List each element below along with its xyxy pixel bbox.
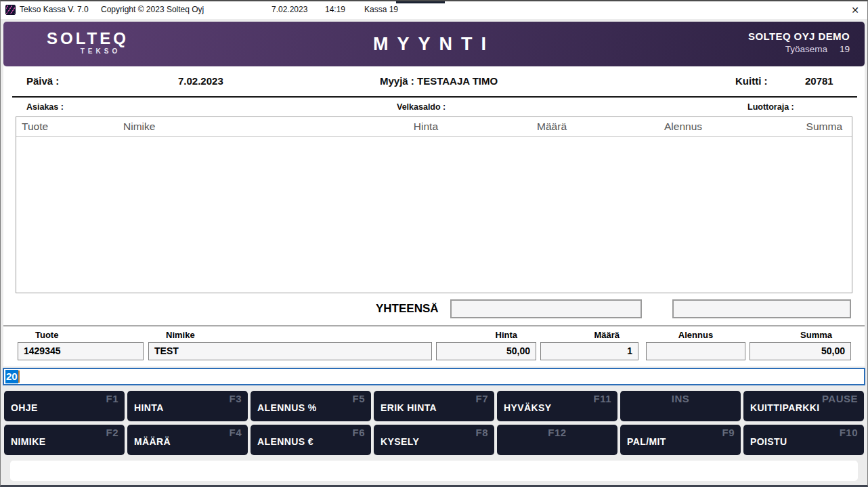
button-keyname: F1 (106, 393, 118, 404)
product-code-field[interactable]: 1429345 (18, 342, 144, 360)
date-label: Päivä : (26, 75, 59, 87)
button-keyname: F8 (475, 427, 488, 438)
button-keyname: F10 (840, 427, 858, 438)
button-label: OHJE (11, 402, 38, 413)
sale-info-row: Päivä : 7.02.2023 Myyjä : TESTAAJA TIMO … (3, 66, 865, 92)
entry-product-label: Tuote (18, 330, 144, 341)
seller-group: Myyjä : TESTAAJA TIMO (380, 75, 498, 87)
entry-labels-row: Tuote Nimike Hinta Määrä Alennus Summa (16, 330, 852, 341)
entry-price-label: Hinta (436, 330, 536, 341)
grid-col-price: Hinta (387, 121, 438, 133)
solteq-logo: SOLTEQ TEKSO (47, 30, 129, 56)
quantity-field[interactable]: 1 (540, 342, 638, 360)
price-field[interactable]: 50,00 (436, 342, 536, 360)
workstation-label: Työasema (785, 44, 827, 54)
customer-label: Asiakas : (26, 102, 64, 112)
total-amount-box (450, 299, 642, 318)
button-label: MÄÄRÄ (134, 436, 171, 447)
header-right-block: SOLTEQ OYJ DEMO Työasema19 (748, 30, 850, 54)
workstation-row: Työasema19 (748, 44, 850, 54)
button-keyname: F11 (593, 393, 611, 404)
receipt-number: 20781 (805, 75, 833, 87)
button-keyname: INS (620, 393, 741, 404)
grid-col-product: Tuote (22, 121, 123, 133)
ohje-button[interactable]: OHJE F1 (4, 391, 125, 421)
button-keyname: F9 (722, 427, 735, 438)
sum-field[interactable]: 50,00 (750, 342, 851, 360)
entry-name-label: Nimike (148, 330, 432, 341)
button-label: HYVÄKSY (504, 402, 551, 413)
app-icon (5, 5, 16, 15)
workstation-value: 19 (840, 44, 850, 54)
background-window-sliver (396, 1, 445, 3)
ins-button[interactable]: INS (620, 391, 741, 421)
command-input-selected-text: 20 (5, 370, 18, 383)
nimike-button[interactable]: NIMIKE F2 (4, 425, 125, 455)
entry-panel: Tuote Nimike Hinta Määrä Alennus Summa 1… (3, 326, 865, 360)
button-keyname: F5 (352, 393, 365, 404)
status-strip (10, 461, 858, 481)
button-keyname: F4 (229, 427, 242, 438)
button-keyname: PAUSE (822, 393, 858, 404)
alennus-euro-button[interactable]: ALENNUS € F6 (251, 425, 371, 455)
grid-col-sum: Summa (702, 121, 842, 133)
erik-hinta-button[interactable]: ERIK HINTA F7 (374, 391, 494, 421)
seller-label: Myyjä : (380, 75, 417, 87)
button-label: HINTA (134, 402, 164, 413)
product-name-field[interactable]: TEST (148, 342, 432, 360)
command-input[interactable]: 20 (3, 368, 865, 385)
button-keyname: F7 (475, 393, 488, 404)
debt-balance-label: Velkasaldo : (397, 102, 446, 112)
f12-button[interactable]: F12 (497, 425, 617, 455)
button-label: NIMIKE (11, 436, 45, 447)
hinta-button[interactable]: HINTA F3 (127, 391, 248, 421)
discount-field[interactable] (646, 342, 745, 360)
app-window: Tekso Kassa V. 7.0 Copyright © 2023 Solt… (0, 0, 868, 487)
company-name: SOLTEQ OYJ DEMO (748, 30, 850, 42)
grid-col-discount: Alennus (567, 121, 702, 133)
close-icon[interactable]: ✕ (851, 5, 859, 16)
button-label: ALENNUS € (257, 436, 313, 447)
maara-button[interactable]: MÄÄRÄ F4 (127, 425, 248, 455)
main-content: Päivä : 7.02.2023 Myyjä : TESTAAJA TIMO … (3, 66, 865, 366)
grid-col-quantity: Määrä (438, 121, 567, 133)
kuittiparkki-button[interactable]: KUITTIPARKKI PAUSE (743, 391, 864, 421)
sale-lines-grid: Tuote Nimike Hinta Määrä Alennus Summa (16, 117, 852, 293)
hyvaksy-button[interactable]: HYVÄKSY F11 (497, 391, 617, 421)
button-label: KUITTIPARKKI (750, 402, 820, 413)
function-key-panel: OHJE F1 HINTA F3 ALENNUS % F5 ERIK HINTA… (4, 391, 864, 455)
entry-fields-row: 1429345 TEST 50,00 1 50,00 (16, 342, 852, 360)
button-keyname: F3 (229, 393, 242, 404)
copyright-text: Copyright © 2023 Solteq Oyj (101, 5, 204, 14)
button-label: KYSELY (381, 436, 419, 447)
window-title: Tekso Kassa V. 7.0 (20, 5, 89, 14)
button-label: PAL/MIT (627, 436, 666, 447)
total-label: YHTEENSÄ (376, 302, 439, 316)
page-title: MYYNTI (373, 34, 495, 55)
credit-limit-label: Luottoraja : (747, 102, 794, 112)
kysely-button[interactable]: KYSELY F8 (374, 425, 494, 455)
entry-sum-label: Summa (750, 330, 851, 341)
totals-row: YHTEENSÄ (3, 299, 865, 320)
button-label: ALENNUS % (257, 402, 317, 413)
pal-mit-button[interactable]: PAL/MIT F9 (620, 425, 741, 455)
grid-header: Tuote Nimike Hinta Määrä Alennus Summa (16, 117, 852, 137)
entry-quantity-label: Määrä (540, 330, 638, 341)
alennus-percent-button[interactable]: ALENNUS % F5 (251, 391, 371, 421)
poistu-button[interactable]: POISTU F10 (743, 425, 864, 455)
customer-info-row: Asiakas : Velkasaldo : Luottoraja : (3, 98, 865, 115)
total-secondary-box (672, 299, 851, 318)
button-keyname: F6 (352, 427, 365, 438)
button-label: ERIK HINTA (381, 402, 437, 413)
titlebar-date: 7.02.2023 (272, 5, 307, 14)
seller-value: TESTAAJA TIMO (417, 75, 498, 87)
button-keyname: F12 (497, 427, 617, 438)
date-value: 7.02.2023 (178, 75, 223, 87)
grid-col-name: Nimike (123, 121, 387, 133)
titlebar-time: 14:19 (325, 5, 345, 14)
title-bar: Tekso Kassa V. 7.0 Copyright © 2023 Solt… (1, 1, 867, 19)
button-label: POISTU (750, 436, 787, 447)
logo-secondary-text: TEKSO (47, 47, 129, 56)
text-caret (18, 370, 20, 383)
app-header: SOLTEQ TEKSO MYYNTI SOLTEQ OYJ DEMO Työa… (3, 22, 865, 66)
